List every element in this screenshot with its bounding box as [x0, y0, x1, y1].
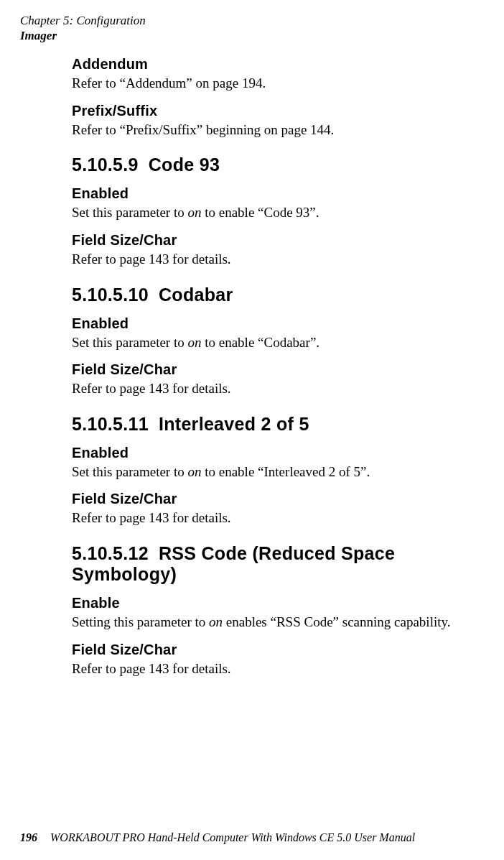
heading-prefix-suffix: Prefix/Suffix [72, 103, 490, 119]
body-text: Refer to page 143 for details. [72, 509, 490, 527]
manual-title: WORKABOUT PRO Hand-Held Computer With Wi… [50, 831, 415, 843]
section-number: 5.10.5.10 [72, 285, 149, 305]
heading-interleaved-2-of-5: 5.10.5.11Interleaved 2 of 5 [72, 414, 490, 435]
heading-enabled: Enabled [72, 185, 490, 202]
section-number: 5.10.5.11 [72, 414, 149, 434]
text-run: Refer to page 143 for details. [72, 510, 231, 525]
text-run: Refer to “Addendum” on page 194. [72, 75, 266, 91]
text-run: to enable “Code 93”. [201, 205, 319, 220]
body-text: Refer to page 143 for details. [72, 250, 490, 269]
page-number: 196 [20, 831, 37, 843]
text-run: Setting this parameter to [72, 614, 209, 629]
section-number: 5.10.5.9 [72, 154, 139, 175]
heading-field-size: Field Size/Char [72, 642, 490, 658]
text-emphasis: on [187, 464, 201, 479]
header-chapter: Chapter 5: Configuration [20, 13, 146, 28]
text-run: Refer to page 143 for details. [72, 251, 231, 267]
text-run: enables “RSS Code” scanning capability. [223, 614, 450, 629]
page-content: Addendum Refer to “Addendum” on page 194… [72, 56, 490, 678]
body-text: Set this parameter to on to enable “Code… [72, 203, 490, 222]
heading-field-size: Field Size/Char [72, 491, 490, 507]
heading-codabar: 5.10.5.10Codabar [72, 285, 490, 305]
text-emphasis: on [187, 205, 201, 220]
heading-enabled: Enabled [72, 315, 490, 332]
body-text: Refer to page 143 for details. [72, 379, 490, 398]
heading-enable: Enable [72, 595, 490, 611]
heading-code-93: 5.10.5.9Code 93 [72, 154, 490, 175]
heading-rss-code: 5.10.5.12RSS Code (Reduced Space Symbolo… [72, 543, 490, 585]
text-run: Refer to page 143 for details. [72, 661, 231, 676]
heading-field-size: Field Size/Char [72, 232, 490, 249]
heading-field-size: Field Size/Char [72, 361, 490, 378]
text-run: Set this parameter to [72, 464, 187, 479]
header-section: Imager [20, 28, 146, 43]
body-text: Set this parameter to on to enable “Coda… [72, 333, 490, 352]
body-text: Setting this parameter to on enables “RS… [72, 613, 490, 632]
body-text: Refer to “Addendum” on page 194. [72, 74, 490, 93]
text-run: Refer to page 143 for details. [72, 381, 231, 396]
text-emphasis: on [209, 614, 223, 629]
section-title: Codabar [159, 285, 233, 305]
heading-enabled: Enabled [72, 445, 490, 461]
text-run: to enable “Codabar”. [201, 335, 319, 350]
heading-addendum: Addendum [72, 56, 490, 73]
page-footer: 196WORKABOUT PRO Hand-Held Computer With… [20, 831, 415, 844]
section-title: Code 93 [149, 154, 220, 175]
text-emphasis: on [187, 335, 201, 350]
text-run: to enable “Interleaved 2 of 5”. [201, 464, 370, 479]
body-text: Set this parameter to on to enable “Inte… [72, 463, 490, 481]
text-run: Set this parameter to [72, 335, 187, 350]
text-run: Refer to “Prefix/Suffix” beginning on pa… [72, 122, 334, 137]
text-run: Set this parameter to [72, 205, 187, 220]
body-text: Refer to page 143 for details. [72, 660, 490, 678]
section-title: Interleaved 2 of 5 [159, 414, 309, 434]
page-header: Chapter 5: Configuration Imager [20, 13, 146, 44]
section-number: 5.10.5.12 [72, 543, 149, 563]
body-text: Refer to “Prefix/Suffix” beginning on pa… [72, 121, 490, 139]
